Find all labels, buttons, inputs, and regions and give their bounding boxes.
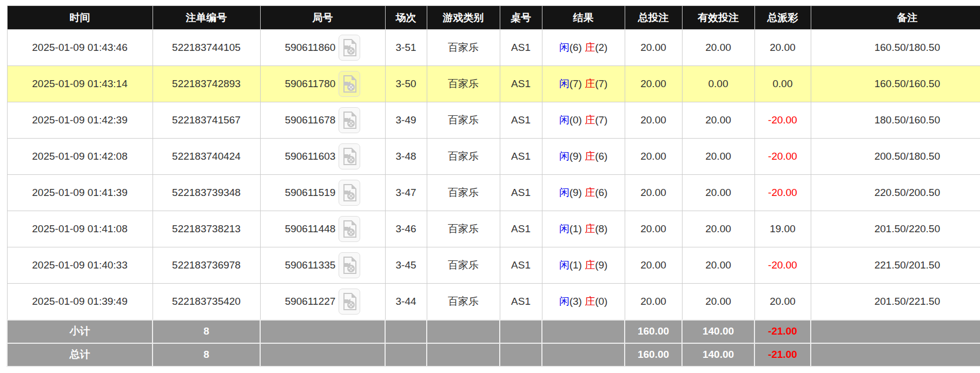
video-replay-button[interactable] <box>339 143 360 169</box>
result-cell: 闲(7) 庄(7) <box>542 66 625 102</box>
remark-cell: 160.50/160.50 <box>811 66 980 102</box>
banker-result-label: 庄 <box>585 114 595 126</box>
banker-result-label: 庄 <box>585 150 595 162</box>
table-no-cell: AS1 <box>500 139 542 175</box>
subtotal-label: 小计 <box>7 320 153 343</box>
payout-cell: 0.00 <box>754 66 811 102</box>
result-cell: 闲(1) 庄(8) <box>542 211 625 247</box>
banker-result-label: 庄 <box>585 296 595 307</box>
game-type-cell: 百家乐 <box>427 247 500 284</box>
result-cell: 闲(3) 庄(0) <box>542 284 625 320</box>
remark-cell: 220.50/200.50 <box>811 175 980 211</box>
video-replay-button[interactable] <box>339 35 360 61</box>
total-count: 8 <box>153 343 260 367</box>
round-number: 590611678 <box>285 114 336 126</box>
bet-id-cell: 522183741567 <box>153 102 260 139</box>
bet-record-row: 2025-01-09 01:42:08 522183740424 5906116… <box>7 139 980 175</box>
total-valid-bet: 140.00 <box>682 343 754 367</box>
bet-id-cell: 522183735420 <box>153 284 260 320</box>
session-cell: 3-50 <box>385 66 427 102</box>
valid-bet-cell: 20.00 <box>682 102 754 139</box>
table-no-cell: AS1 <box>500 247 542 284</box>
subtotal-row: 小计 8 160.00 140.00 -21.00 <box>7 320 980 343</box>
col-header-payout: 总派彩 <box>754 6 811 30</box>
total-bet-cell: 20.00 <box>625 30 682 66</box>
player-result-label: 闲 <box>559 78 570 89</box>
total-bet-cell: 20.00 <box>625 211 682 247</box>
banker-score: (6) <box>595 150 607 162</box>
video-replay-button[interactable] <box>339 252 360 278</box>
video-file-icon <box>342 257 356 274</box>
col-header-round: 局号 <box>260 6 385 30</box>
bet-id-cell: 522183738213 <box>153 211 260 247</box>
player-result-label: 闲 <box>559 259 570 271</box>
subtotal-count: 8 <box>153 320 260 343</box>
valid-bet-cell: 20.00 <box>682 211 754 247</box>
round-number: 590611780 <box>285 78 336 90</box>
round-cell: 590611678 <box>260 102 385 139</box>
table-no-cell: AS1 <box>500 30 542 66</box>
video-replay-button[interactable] <box>339 107 360 133</box>
result-cell: 闲(9) 庄(6) <box>542 175 625 211</box>
session-cell: 3-45 <box>385 247 427 284</box>
total-bet-cell: 20.00 <box>625 175 682 211</box>
bet-record-row: 2025-01-09 01:40:33 522183736978 5906113… <box>7 247 980 284</box>
player-result-label: 闲 <box>559 150 570 162</box>
total-bet-cell: 20.00 <box>625 247 682 284</box>
banker-score: (7) <box>595 114 607 126</box>
round-cell: 590611519 <box>260 175 385 211</box>
remark-cell: 180.50/160.50 <box>811 102 980 139</box>
bet-id-cell: 522183744105 <box>153 30 260 66</box>
game-type-cell: 百家乐 <box>427 139 500 175</box>
player-score: (0) <box>570 114 582 126</box>
round-cell: 590611227 <box>260 284 385 320</box>
col-header-remark: 备注 <box>811 6 980 30</box>
round-cell: 590611448 <box>260 211 385 247</box>
game-type-cell: 百家乐 <box>427 102 500 139</box>
time-cell: 2025-01-09 01:39:49 <box>7 284 153 320</box>
game-type-cell: 百家乐 <box>427 211 500 247</box>
valid-bet-cell: 0.00 <box>682 66 754 102</box>
player-result-label: 闲 <box>559 42 570 53</box>
player-score: (9) <box>570 150 582 162</box>
video-file-icon <box>342 112 356 129</box>
video-replay-button[interactable] <box>339 216 360 242</box>
round-number: 590611335 <box>285 259 336 271</box>
player-result-label: 闲 <box>559 114 570 126</box>
video-replay-button[interactable] <box>339 289 360 315</box>
total-payout: -21.00 <box>754 343 811 367</box>
result-cell: 闲(1) 庄(9) <box>542 247 625 284</box>
player-score: (1) <box>570 259 582 271</box>
round-cell: 590611603 <box>260 139 385 175</box>
payout-cell: 20.00 <box>754 30 811 66</box>
remark-cell: 201.50/221.50 <box>811 284 980 320</box>
time-cell: 2025-01-09 01:41:39 <box>7 175 153 211</box>
time-cell: 2025-01-09 01:42:08 <box>7 139 153 175</box>
payout-cell: -20.00 <box>754 175 811 211</box>
banker-score: (2) <box>595 42 607 53</box>
bet-record-row: 2025-01-09 01:41:39 522183739348 5906115… <box>7 175 980 211</box>
player-score: (3) <box>570 296 582 307</box>
video-replay-button[interactable] <box>339 71 360 97</box>
payout-cell: 19.00 <box>754 211 811 247</box>
total-bet-cell: 20.00 <box>625 284 682 320</box>
total-bet-cell: 20.00 <box>625 139 682 175</box>
total-bet-cell: 20.00 <box>625 102 682 139</box>
valid-bet-cell: 20.00 <box>682 139 754 175</box>
subtotal-payout: -21.00 <box>754 320 811 343</box>
col-header-time: 时间 <box>7 6 153 30</box>
player-result-label: 闲 <box>559 223 570 234</box>
video-replay-button[interactable] <box>339 180 360 206</box>
video-file-icon <box>342 148 356 165</box>
banker-score: (0) <box>595 296 607 307</box>
banker-result-label: 庄 <box>585 42 595 53</box>
result-cell: 闲(9) 庄(6) <box>542 139 625 175</box>
player-result-label: 闲 <box>559 296 570 307</box>
total-bet-cell: 20.00 <box>625 66 682 102</box>
col-header-result: 结果 <box>542 6 625 30</box>
valid-bet-cell: 20.00 <box>682 30 754 66</box>
bet-record-row: 2025-01-09 01:43:14 522183742893 5906117… <box>7 66 980 102</box>
session-cell: 3-47 <box>385 175 427 211</box>
subtotal-total-bet: 160.00 <box>625 320 682 343</box>
player-score: (7) <box>570 78 582 89</box>
